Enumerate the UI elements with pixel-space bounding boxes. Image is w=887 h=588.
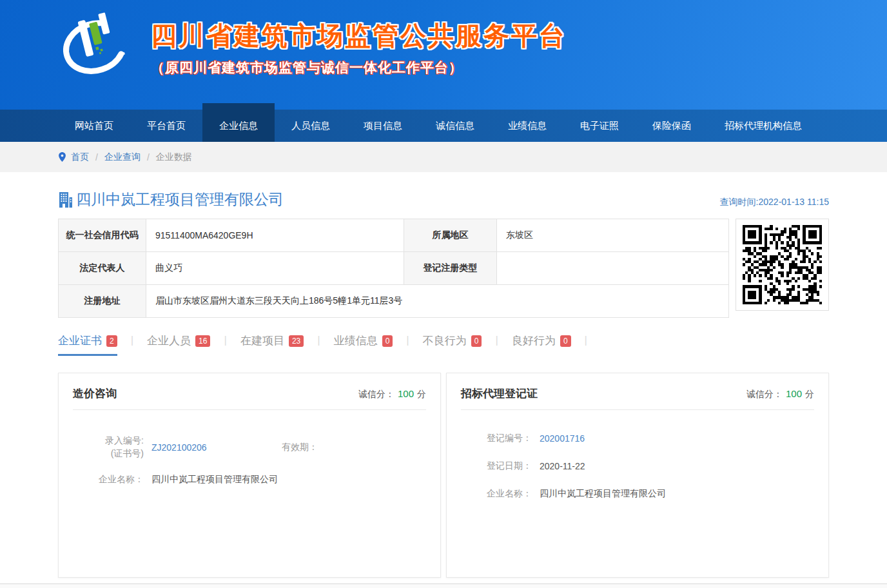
breadcrumb-bar: 首页 / 企业查询 / 企业数据	[0, 142, 887, 172]
main-nav: 网站首页 平台首页 企业信息 人员信息 项目信息 诚信信息 业绩信息 电子证照 …	[0, 110, 887, 142]
tab-enterprise-personnel[interactable]: 企业人员 16	[147, 333, 210, 356]
tab-projects-under-construction[interactable]: 在建项目 23	[240, 333, 304, 356]
registration-number-link[interactable]: 202001716	[540, 433, 643, 444]
certificate-number-link[interactable]: ZJ202100206	[151, 442, 255, 453]
nav-item-site-home[interactable]: 网站首页	[58, 110, 130, 142]
breadcrumb: 首页 / 企业查询 / 企业数据	[58, 142, 829, 172]
tab-performance-info[interactable]: 业绩信息 0	[334, 333, 393, 356]
tab-label: 企业证书	[58, 333, 102, 348]
registration-date-value: 2020-11-22	[540, 461, 585, 471]
card-title: 招标代理登记证	[461, 386, 538, 401]
tab-separator: |	[224, 333, 226, 347]
nav-item-enterprise-info[interactable]: 企业信息	[202, 103, 275, 142]
breadcrumb-home[interactable]: 首页	[71, 152, 89, 163]
score-unit: 分	[417, 389, 426, 399]
nav-item-performance-info[interactable]: 业绩信息	[491, 110, 563, 142]
nav-item-e-certificates[interactable]: 电子证照	[563, 110, 636, 142]
tab-label: 在建项目	[240, 333, 284, 348]
score-value: 100	[786, 388, 802, 399]
nav-item-personnel-info[interactable]: 人员信息	[275, 110, 347, 142]
nav-item-integrity-info[interactable]: 诚信信息	[419, 110, 491, 142]
credit-code-label: 统一社会信用代码	[59, 219, 146, 252]
bidding-agency-card: 招标代理登记证 诚信分：100分 登记编号： 202001716 登记日期： 2…	[446, 373, 829, 578]
nav-item-platform-home[interactable]: 平台首页	[130, 110, 202, 142]
tab-count-badge: 0	[560, 335, 571, 347]
tab-bad-behavior[interactable]: 不良行为 0	[423, 333, 482, 356]
breadcrumb-separator: /	[147, 152, 150, 162]
breadcrumb-enterprise-data: 企业数据	[156, 152, 192, 163]
entry-number-label: 录入编号: (证书号)	[73, 435, 144, 460]
tab-count-badge: 0	[382, 335, 393, 347]
cost-consulting-card: 造价咨询 诚信分：100分 录入编号: (证书号) ZJ202100206 有效…	[58, 373, 441, 578]
building-icon	[58, 191, 73, 208]
tab-label: 企业人员	[147, 333, 191, 348]
tab-separator: |	[495, 333, 498, 347]
company-name-value: 四川中岚工程项目管理有限公司	[151, 474, 278, 485]
tab-separator: |	[406, 333, 409, 347]
query-time: 查询时间:2022-01-13 11:15	[720, 197, 829, 210]
nav-item-bidding-agency-info[interactable]: 招标代理机构信息	[708, 110, 819, 142]
region-value: 东坡区	[497, 219, 729, 252]
site-title: 四川省建筑市场监管公共服务平台	[151, 18, 567, 54]
footer-divider	[0, 583, 887, 588]
reg-type-label: 登记注册类型	[404, 252, 497, 285]
site-subtitle: （原四川省建筑市场监管与诚信一体化工作平台）	[151, 59, 567, 77]
tab-label: 良好行为	[512, 333, 556, 348]
tab-enterprise-certificates[interactable]: 企业证书 2	[58, 333, 117, 356]
main-content: 四川中岚工程项目管理有限公司 查询时间:2022-01-13 11:15 统一社…	[58, 172, 829, 578]
tab-label: 业绩信息	[334, 333, 378, 348]
tab-separator: |	[585, 333, 587, 347]
score-label: 诚信分：	[358, 389, 395, 399]
credit-code-value: 91511400MA6420GE9H	[146, 219, 404, 252]
integrity-score: 诚信分：100分	[358, 388, 426, 400]
registration-number-label: 登记编号：	[461, 433, 532, 444]
tab-label: 不良行为	[423, 333, 467, 348]
registration-date-label: 登记日期：	[461, 460, 532, 472]
company-info-table: 统一社会信用代码 91511400MA6420GE9H 所属地区 东坡区 法定代…	[58, 219, 729, 318]
region-label: 所属地区	[404, 219, 497, 252]
location-pin-icon	[58, 152, 66, 162]
nav-item-insurance-guarantee[interactable]: 保险保函	[636, 110, 708, 142]
breadcrumb-separator: /	[95, 152, 98, 162]
company-name: 四川中岚工程项目管理有限公司	[76, 190, 284, 210]
company-info-section: 统一社会信用代码 91511400MA6420GE9H 所属地区 东坡区 法定代…	[58, 219, 829, 318]
tab-count-badge: 0	[471, 335, 482, 347]
tab-count-badge: 23	[289, 335, 304, 347]
company-header-row: 四川中岚工程项目管理有限公司 查询时间:2022-01-13 11:15	[58, 190, 829, 210]
integrity-score: 诚信分：100分	[746, 388, 814, 400]
nav-item-project-info[interactable]: 项目信息	[347, 110, 419, 142]
score-unit: 分	[805, 389, 814, 399]
legal-rep-label: 法定代表人	[59, 252, 146, 285]
address-label: 注册地址	[59, 285, 146, 318]
address-value: 眉山市东坡区眉州大道东三段天天向上186号5幢1单元11层3号	[146, 285, 729, 318]
certificate-cards: 造价咨询 诚信分：100分 录入编号: (证书号) ZJ202100206 有效…	[58, 373, 829, 578]
tab-separator: |	[317, 333, 320, 347]
tab-bar: 企业证书 2 | 企业人员 16 | 在建项目 23 | 业绩信息 0 | 不良…	[58, 333, 829, 356]
tab-count-badge: 16	[195, 335, 210, 347]
site-header: 四川省建筑市场监管公共服务平台 （原四川省建筑市场监管与诚信一体化工作平台）	[0, 0, 887, 110]
platform-logo-icon	[58, 10, 134, 79]
qr-code	[743, 225, 822, 304]
score-label: 诚信分：	[746, 389, 783, 399]
legal-rep-value: 曲义巧	[146, 252, 404, 285]
reg-type-value	[497, 252, 729, 285]
company-name-label: 企业名称：	[461, 488, 532, 500]
company-name-value: 四川中岚工程项目管理有限公司	[540, 488, 666, 500]
score-value: 100	[398, 388, 414, 399]
card-title: 造价咨询	[73, 386, 117, 401]
tab-good-behavior[interactable]: 良好行为 0	[512, 333, 571, 356]
tab-count-badge: 2	[106, 335, 117, 347]
breadcrumb-enterprise-query[interactable]: 企业查询	[104, 152, 141, 163]
tab-separator: |	[131, 333, 133, 347]
validity-label: 有效期：	[282, 442, 318, 453]
qr-code-box	[736, 219, 829, 311]
company-name-label: 企业名称：	[73, 474, 144, 485]
